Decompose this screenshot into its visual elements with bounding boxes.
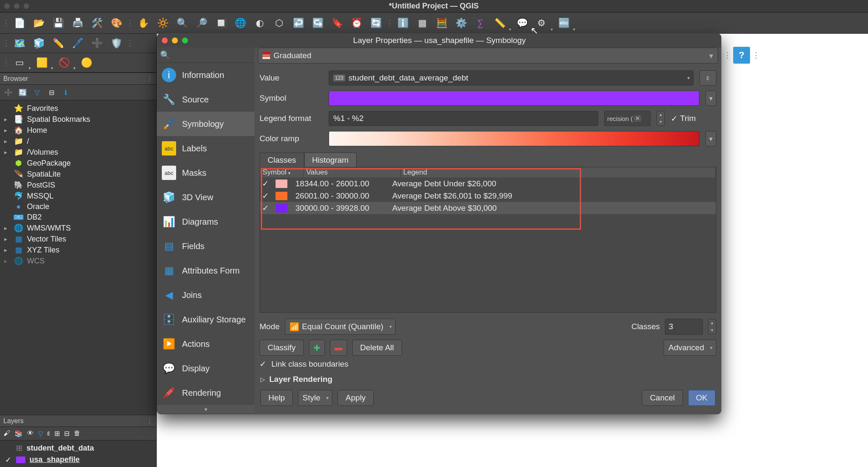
save-project-icon[interactable]: 💾 <box>50 15 67 32</box>
sidebar-item-labels[interactable]: abc Labels <box>157 136 255 161</box>
dialog-titlebar[interactable]: Layer Properties — usa_shapefile — Symbo… <box>157 33 721 48</box>
class-values[interactable]: 18344.00 - 26001.00 <box>292 179 389 188</box>
zoom-full-icon[interactable]: 🌐 <box>232 15 249 32</box>
identify-icon[interactable]: ℹ️ <box>394 15 411 32</box>
class-legend[interactable]: Average Debt Under $26,000 <box>389 179 716 188</box>
layout-manager-icon[interactable]: 🛠️ <box>88 15 105 32</box>
minimize-icon[interactable] <box>172 38 178 43</box>
add-feature-icon[interactable]: ➕ <box>88 35 105 52</box>
precision-input[interactable]: recision ( ✕ <box>604 111 651 126</box>
class-row[interactable]: ✓ 18344.00 - 26001.00 Average Debt Under… <box>260 177 716 190</box>
class-swatch[interactable] <box>271 204 292 212</box>
symbol-preview-button[interactable] <box>329 91 699 106</box>
help-icon[interactable]: ? <box>733 47 750 64</box>
close-icon[interactable] <box>162 38 168 43</box>
sidebar-item-masks[interactable]: abc Masks <box>157 161 255 185</box>
collapse-layers-icon[interactable]: ⊟ <box>64 429 70 437</box>
style-combo[interactable]: Style▾ <box>298 390 332 406</box>
zoom-next-icon[interactable]: ↪️ <box>309 15 326 32</box>
remove-layer-icon[interactable]: 🗑 <box>74 429 80 437</box>
precision-spinner[interactable]: ▲▼ <box>656 111 665 126</box>
select-features-icon[interactable]: ▭ <box>11 54 28 71</box>
expression-button[interactable]: ε <box>699 70 716 86</box>
text-annotation-icon[interactable]: 🔤 <box>555 15 572 32</box>
classes-list[interactable]: Symbol ▾ Values Legend ✓ 18344.00 - 2600… <box>260 167 716 313</box>
classify-button[interactable]: Classify <box>260 340 304 356</box>
checkbox-icon[interactable]: ✓ <box>4 456 12 464</box>
help-button[interactable]: Help <box>260 390 293 406</box>
checkbox-icon[interactable] <box>4 444 12 452</box>
link-boundaries-checkbox[interactable]: ✓ <box>260 359 266 369</box>
visibility-icon[interactable]: 👁 <box>27 429 34 437</box>
layers-tree[interactable]: ⊞ student_debt_data ✓ usa_shapefile <box>0 440 156 467</box>
symbology-type-combo[interactable]: Graduated ▾ <box>258 48 718 64</box>
deselect-icon[interactable]: 🚫 <box>56 54 72 71</box>
layers-panel-header[interactable]: Layers ⋮ <box>0 415 156 427</box>
class-checkbox[interactable]: ✓ <box>260 203 271 213</box>
properties-icon[interactable]: ℹ <box>61 87 71 97</box>
class-values[interactable]: 30000.00 - 39928.00 <box>292 204 389 213</box>
layer-rendering-section[interactable]: ▷ Layer Rendering <box>255 371 721 387</box>
classes-count-input[interactable]: 3 <box>665 319 703 335</box>
temporal-icon[interactable]: ⏰ <box>348 15 365 32</box>
symbol-dropdown-button[interactable]: ▾ <box>705 91 716 106</box>
trim-checkbox[interactable]: ✓ <box>671 114 678 123</box>
processing-icon[interactable]: ⚙️ <box>453 15 469 32</box>
class-row[interactable]: ✓ 26001.00 - 30000.00 Average Debt $26,0… <box>260 190 716 202</box>
add-group-icon[interactable]: 📚 <box>14 429 23 437</box>
sidebar-item-joins[interactable]: ◀ Joins <box>157 283 255 307</box>
legend-format-input[interactable]: %1 - %2 <box>329 111 598 126</box>
classes-spinner[interactable]: ▲▼ <box>708 319 716 334</box>
sidebar-item-aux-storage[interactable]: 🗄️ Auxiliary Storage <box>157 307 255 332</box>
collapse-all-icon[interactable]: ⊟ <box>46 87 56 97</box>
attribute-table-icon[interactable]: ▦ <box>414 15 431 32</box>
sidebar-item-symbology[interactable]: 🖌️ Symbology <box>157 112 255 136</box>
maximize-icon[interactable] <box>182 38 188 43</box>
zoom-last-icon[interactable]: ↩️ <box>290 15 307 32</box>
window-traffic-lights[interactable] <box>4 3 29 9</box>
browser-tree[interactable]: ⭐Favorites ▸📑Spatial Bookmarks ▸🏠Home ▸📁… <box>0 100 156 415</box>
expand-all-icon[interactable]: ⊞ <box>54 429 60 437</box>
class-checkbox[interactable]: ✓ <box>260 191 271 201</box>
mode-combo[interactable]: 📶 Equal Count (Quantile) ▾ <box>285 319 396 335</box>
layer-item[interactable]: ⊞ student_debt_data <box>2 442 155 454</box>
add-class-button[interactable]: ✚ <box>309 340 325 356</box>
class-legend[interactable]: Average Debt Above $30,000 <box>389 204 716 213</box>
pan-icon[interactable]: ✋ <box>135 15 152 32</box>
tab-classes[interactable]: Classes <box>260 153 304 167</box>
filter-selected-icon[interactable]: 🟡 <box>78 54 95 71</box>
new-project-icon[interactable]: 📄 <box>11 15 28 32</box>
sidebar-item-display[interactable]: 💬 Display <box>157 356 255 381</box>
class-checkbox[interactable]: ✓ <box>260 179 271 188</box>
add-layer-icon[interactable]: ➕ <box>3 87 13 97</box>
style-layer-icon[interactable]: 🖌 <box>3 429 10 437</box>
ok-button[interactable]: OK <box>688 390 715 406</box>
zoom-layer-icon[interactable]: ⬡ <box>271 15 287 32</box>
sidebar-item-3dview[interactable]: 🧊 3D View <box>157 185 255 209</box>
tab-histogram[interactable]: Histogram <box>304 153 357 167</box>
color-ramp-button[interactable] <box>329 131 699 146</box>
refresh-browser-icon[interactable]: 🔄 <box>18 87 28 97</box>
delete-all-button[interactable]: Delete All <box>352 340 402 356</box>
zoom-native-icon[interactable]: 🔲 <box>212 15 229 32</box>
statistics-icon[interactable]: ∑ <box>472 15 489 32</box>
zoom-in-icon[interactable]: 🔍 <box>174 15 190 32</box>
class-swatch[interactable] <box>271 192 292 200</box>
sidebar-item-diagrams[interactable]: 📊 Diagrams <box>157 209 255 234</box>
open-project-icon[interactable]: 📂 <box>30 15 47 32</box>
style-manager-icon[interactable]: 🎨 <box>108 15 125 32</box>
layer-item[interactable]: ✓ usa_shapefile <box>2 454 155 465</box>
add-vector-icon[interactable]: 🗺️ <box>11 35 28 52</box>
add-raster-icon[interactable]: 🧊 <box>30 35 47 52</box>
class-swatch[interactable] <box>271 180 292 188</box>
expand-icon[interactable]: ▷ <box>260 376 265 383</box>
new-layout-icon[interactable]: 🖨️ <box>69 15 86 32</box>
value-field-combo[interactable]: 123 student_debt_data_average_debt ▾ <box>329 70 694 86</box>
scroll-down-icon[interactable]: ▾ <box>157 405 255 413</box>
pencil-icon[interactable]: ✏️ <box>50 35 67 52</box>
sidebar-item-rendering[interactable]: 🖍️ Rendering <box>157 381 255 405</box>
zoom-out-icon[interactable]: 🔎 <box>193 15 210 32</box>
expression-icon[interactable]: ε <box>47 429 50 437</box>
advanced-combo[interactable]: Advanced ▾ <box>664 340 716 356</box>
map-tips-icon[interactable]: 💬 <box>514 15 530 32</box>
